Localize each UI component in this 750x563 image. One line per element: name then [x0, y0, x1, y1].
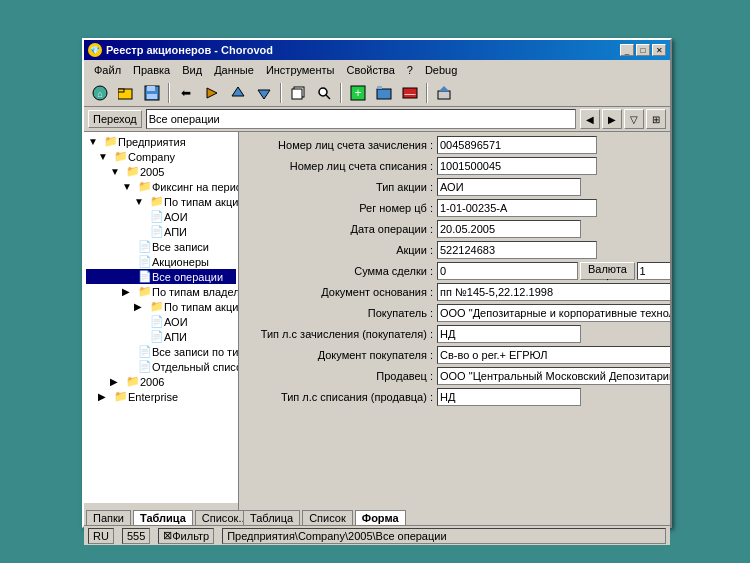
nav-filter[interactable]: ▽ — [624, 109, 644, 129]
menu-help[interactable]: ? — [401, 62, 419, 78]
tab-form[interactable]: Форма — [355, 510, 406, 525]
input-reg-num[interactable] — [437, 199, 597, 217]
tree-item-api2[interactable]: 📄 АПИ — [86, 329, 236, 344]
tree-item-aoi2[interactable]: 📄 АОИ — [86, 314, 236, 329]
menu-edit[interactable]: Правка — [127, 62, 176, 78]
svg-rect-20 — [438, 91, 450, 99]
tree-label: АПИ — [164, 226, 187, 238]
input-buyer-doc[interactable] — [437, 346, 670, 364]
tree-item-enterprise[interactable]: ▶ 📁 Enterprise — [86, 389, 236, 404]
input-seller[interactable] — [437, 367, 670, 385]
svg-point-12 — [319, 88, 327, 96]
svg-line-13 — [326, 95, 330, 99]
input-seller-type[interactable] — [437, 388, 581, 406]
folder-icon: 📁 — [114, 150, 128, 163]
menu-tools[interactable]: Инструменты — [260, 62, 341, 78]
leaf-icon — [134, 226, 148, 238]
tree-item-aoi[interactable]: 📄 АОИ — [86, 209, 236, 224]
expand-icon: ▼ — [88, 136, 102, 148]
leaf-icon — [134, 211, 148, 223]
svg-marker-7 — [207, 88, 217, 98]
leaf-icon — [134, 331, 148, 343]
tab-folders[interactable]: Папки — [86, 510, 131, 525]
input-op-date[interactable] — [437, 220, 581, 238]
leaf-icon — [122, 271, 136, 283]
maximize-button[interactable]: □ — [636, 44, 650, 56]
minimize-button[interactable]: _ — [620, 44, 634, 56]
tree-item-all-records[interactable]: 📄 Все записи — [86, 239, 236, 254]
tree-item-by-type2[interactable]: ▶ 📁 По типам акций — [86, 299, 236, 314]
tree-item-shareholders[interactable]: 📄 Акционеры — [86, 254, 236, 269]
toolbar-add[interactable]: + — [346, 82, 370, 104]
tree-item-enterprises[interactable]: ▼ 📁 Предприятия — [86, 134, 236, 149]
nav-bar: Переход ◀ ▶ ▽ ⊞ — [84, 107, 670, 132]
menu-view[interactable]: Вид — [176, 62, 208, 78]
tree-label: Акционеры — [152, 256, 209, 268]
tree-item-2005[interactable]: ▼ 📁 2005 — [86, 164, 236, 179]
status-filter[interactable]: ⊠ Фильтр — [158, 528, 214, 544]
currency-button[interactable]: Валюта : — [580, 262, 634, 280]
label-op-date: Дата операции : — [247, 223, 437, 235]
toolbar-down[interactable] — [252, 82, 276, 104]
menu-properties[interactable]: Свойства — [340, 62, 400, 78]
svg-rect-6 — [147, 94, 157, 99]
input-deal-amount[interactable] — [437, 262, 578, 280]
field-deal-amount: Сумма сделки : Валюта : — [247, 262, 662, 280]
toolbar-sep-2 — [280, 83, 282, 103]
tree-item-api[interactable]: 📄 АПИ — [86, 224, 236, 239]
input-share-type[interactable] — [437, 178, 581, 196]
tab-table-sidebar[interactable]: Таблица — [133, 510, 193, 525]
folder-icon: 📄 — [150, 330, 164, 343]
toolbar-up[interactable] — [226, 82, 250, 104]
expand-icon: ▼ — [134, 196, 148, 208]
tree-item-2006[interactable]: ▶ 📁 2006 — [86, 374, 236, 389]
tree-item-by-owner[interactable]: ▶ 📁 По типам владельце — [86, 284, 236, 299]
tree-item-company[interactable]: ▼ 📁 Company — [86, 149, 236, 164]
toolbar-save[interactable] — [140, 82, 164, 104]
svg-marker-9 — [258, 90, 270, 99]
input-buyer-type[interactable] — [437, 325, 581, 343]
tree-item-separate[interactable]: 📄 Отдельный список — [86, 359, 236, 374]
toolbar-edit[interactable] — [372, 82, 396, 104]
tab-table[interactable]: Таблица — [243, 510, 300, 525]
toolbar-search[interactable] — [312, 82, 336, 104]
nav-dropdown[interactable] — [146, 109, 576, 129]
input-buyer[interactable] — [437, 304, 670, 322]
tabs-content: Таблица Список Форма — [239, 503, 670, 525]
field-seller: Продавец : — [247, 367, 662, 385]
folder-icon: 📁 — [138, 285, 152, 298]
folder-icon: 📄 — [138, 255, 152, 268]
tree-item-by-type[interactable]: ▼ 📁 По типам акций — [86, 194, 236, 209]
label-doc-basis: Документ основания : — [247, 286, 437, 298]
input-currency[interactable] — [637, 262, 670, 280]
expand-icon: ▶ — [134, 301, 148, 313]
input-accrual-account[interactable] — [437, 136, 597, 154]
nav-options[interactable]: ⊞ — [646, 109, 666, 129]
input-shares[interactable] — [437, 241, 597, 259]
tab-list[interactable]: Список — [302, 510, 353, 525]
toolbar-delete[interactable]: — — [398, 82, 422, 104]
toolbar-export[interactable] — [432, 82, 456, 104]
toolbar-back[interactable]: ⬅ — [174, 82, 198, 104]
input-doc-basis[interactable] — [437, 283, 670, 301]
tree-item-all-by-type[interactable]: 📄 Все записи по типа — [86, 344, 236, 359]
tree-item-all-ops[interactable]: 📄 Все операции — [86, 269, 236, 284]
toolbar-open[interactable] — [114, 82, 138, 104]
folder-icon: 📁 — [104, 135, 118, 148]
folder-icon: 📄 — [150, 210, 164, 223]
close-button[interactable]: ✕ — [652, 44, 666, 56]
menu-data[interactable]: Данные — [208, 62, 260, 78]
toolbar-copy[interactable] — [286, 82, 310, 104]
nav-prev[interactable]: ◀ — [580, 109, 600, 129]
input-debit-account[interactable] — [437, 157, 597, 175]
tree-item-fixing[interactable]: ▼ 📁 Фиксинг на период — [86, 179, 236, 194]
label-reg-num: Рег номер цб : — [247, 202, 437, 214]
toolbar-home[interactable]: ⌂ — [88, 82, 112, 104]
toolbar-forward[interactable] — [200, 82, 224, 104]
tree-label: АПИ — [164, 331, 187, 343]
folder-icon: 📁 — [150, 300, 164, 313]
menu-file[interactable]: Файл — [88, 62, 127, 78]
menu-debug[interactable]: Debug — [419, 62, 463, 78]
statusbar: RU 555 ⊠ Фильтр Предприятия\Company\2005… — [84, 525, 670, 545]
nav-next[interactable]: ▶ — [602, 109, 622, 129]
